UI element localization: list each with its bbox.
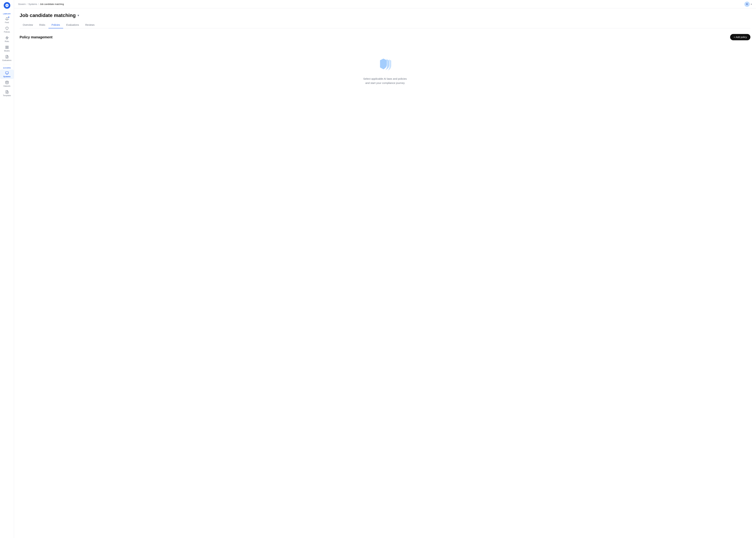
- breadcrumb-sep1: /: [27, 3, 27, 5]
- doc-icon: [5, 55, 9, 59]
- sidebar-item-systems[interactable]: Systems: [0, 70, 14, 79]
- svg-marker-0: [6, 36, 8, 39]
- empty-state-illustration: [377, 58, 393, 73]
- svg-point-11: [6, 92, 7, 92]
- templates-icon: [5, 90, 9, 94]
- zap-icon: [5, 36, 9, 40]
- systems-icon: [5, 71, 9, 75]
- models-label: Models: [4, 50, 10, 52]
- chevron-down-icon[interactable]: ▾: [751, 3, 752, 5]
- page-title-chevron-icon[interactable]: ▾: [77, 14, 79, 17]
- tab-evaluations[interactable]: Evaluations: [63, 22, 82, 28]
- svg-rect-2: [7, 46, 8, 47]
- tabs: Overview Risks Policies Evaluations Revi…: [20, 22, 750, 28]
- user-avatar[interactable]: K: [744, 2, 750, 7]
- breadcrumb-sep2: /: [38, 3, 39, 5]
- sidebar-divider: [3, 64, 11, 64]
- svg-point-10: [6, 81, 8, 82]
- svg-rect-7: [5, 72, 8, 74]
- empty-state: Select applicable AI laws and policies a…: [20, 47, 750, 92]
- sidebar-item-evaluations[interactable]: Evaluations: [0, 53, 14, 63]
- app-logo[interactable]: [4, 2, 10, 9]
- empty-state-text-line2: and start your compliance journey: [365, 81, 404, 85]
- breadcrumb: Govern / Systems / Job candidate matchin…: [18, 3, 64, 5]
- sidebar-item-risks[interactable]: Risks: [0, 34, 14, 44]
- shield-icon: [5, 26, 9, 30]
- bell-icon: [5, 17, 9, 21]
- breadcrumb-govern[interactable]: Govern: [18, 3, 26, 5]
- grid-icon: [5, 45, 9, 49]
- page-title: Job candidate matching: [20, 13, 76, 18]
- svg-rect-1: [6, 46, 7, 47]
- policy-management-title: Policy management: [20, 35, 53, 39]
- tab-policies[interactable]: Policies: [48, 22, 63, 28]
- sidebar: LIBRARY Feed Policies Risks: [0, 0, 14, 538]
- feed-label: Feed: [5, 22, 9, 24]
- policies-label: Policies: [4, 31, 10, 33]
- risks-label: Risks: [5, 40, 9, 42]
- add-policy-button[interactable]: + Add policy: [730, 34, 750, 40]
- breadcrumb-current: Job candidate matching: [40, 3, 64, 5]
- svg-rect-4: [6, 48, 7, 49]
- sidebar-item-policies[interactable]: Policies: [0, 25, 14, 34]
- topbar-right: K ▾: [744, 2, 752, 7]
- datasets-label: Datasets: [4, 85, 10, 87]
- sidebar-item-datasets[interactable]: Datasets: [0, 79, 14, 88]
- topbar: Govern / Systems / Job candidate matchin…: [14, 0, 756, 8]
- evaluations-label: Evaluations: [2, 59, 12, 61]
- templates-label: Templates: [3, 94, 11, 96]
- breadcrumb-systems[interactable]: Systems: [28, 3, 37, 5]
- govern-section-label: GOVERN: [0, 67, 14, 69]
- sidebar-item-feed[interactable]: Feed: [0, 16, 14, 25]
- tab-overview[interactable]: Overview: [20, 22, 36, 28]
- sidebar-item-models[interactable]: Models: [0, 44, 14, 53]
- library-section-label: LIBRARY: [0, 13, 14, 15]
- policy-management-header: Policy management + Add policy: [20, 34, 750, 40]
- content-area: Job candidate matching ▾ Overview Risks …: [14, 8, 756, 538]
- systems-label: Systems: [3, 76, 11, 78]
- empty-state-text-line1: Select applicable AI laws and policies: [363, 77, 407, 81]
- page-header: Job candidate matching ▾: [20, 13, 750, 18]
- tab-risks[interactable]: Risks: [36, 22, 48, 28]
- main-content: Govern / Systems / Job candidate matchin…: [14, 0, 756, 538]
- sidebar-item-templates[interactable]: Templates: [0, 88, 14, 98]
- svg-rect-3: [7, 48, 8, 49]
- datasets-icon: [5, 81, 9, 84]
- tab-reviews[interactable]: Reviews: [82, 22, 98, 28]
